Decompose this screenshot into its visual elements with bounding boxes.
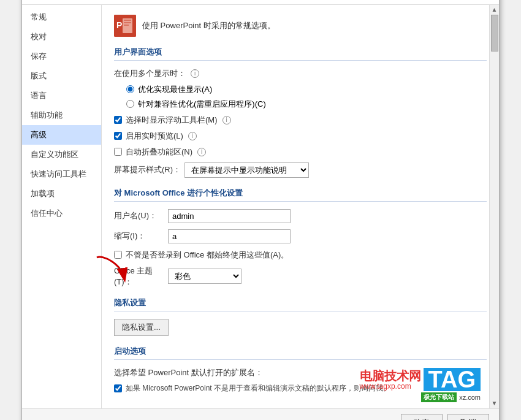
sidebar: 常规 校对 保存 版式 语言 辅助功能 高级 自定义功能区 快速访问工具栏 加载… bbox=[22, 5, 102, 408]
check3-info-icon[interactable]: i bbox=[197, 148, 206, 156]
auto-collapse-checkbox[interactable] bbox=[114, 148, 122, 156]
check2-label: 启用实时预览(L) bbox=[126, 131, 183, 142]
svg-rect-5 bbox=[124, 25, 129, 26]
screentip-dropdown[interactable]: 在屏幕提示中显示功能说明 不在屏幕提示中显示功能说明 不显示屏幕提示 bbox=[184, 162, 309, 178]
scroll-down-arrow[interactable]: ▼ bbox=[490, 399, 500, 408]
startup-label-row: 选择希望 PowerPoint 默认打开的扩展名： bbox=[114, 367, 487, 378]
top-description: P 使用 PowerPoint 时采用的常规选项。 bbox=[114, 15, 487, 37]
default-program-checkbox[interactable] bbox=[114, 384, 122, 392]
scrollbar[interactable]: ▲ ▼ bbox=[489, 5, 499, 408]
check1-label: 选择时显示浮动工具栏(M) bbox=[126, 115, 218, 126]
radio-best-label: 优化实现最佳显示(A) bbox=[138, 84, 212, 95]
username-label: 用户名(U)： bbox=[114, 210, 163, 221]
privacy-settings-button[interactable]: 隐私设置... bbox=[114, 319, 169, 336]
screentip-row: 屏幕提示样式(R)： 在屏幕提示中显示功能说明 不在屏幕提示中显示功能说明 不显… bbox=[114, 162, 487, 178]
sidebar-item-trust-center[interactable]: 信任中心 bbox=[22, 204, 101, 223]
username-row: 用户名(U)： bbox=[114, 209, 487, 223]
radio-compat-label: 针对兼容性优化(需重启应用程序)(C) bbox=[138, 99, 266, 110]
check1-row: 选择时显示浮动工具栏(M) i bbox=[114, 115, 487, 126]
display-radio-group: 优化实现最佳显示(A) 针对兼容性优化(需重启应用程序)(C) bbox=[126, 84, 487, 110]
top-desc-text: 使用 PowerPoint 时采用的常规选项。 bbox=[142, 20, 275, 31]
check3-label: 自动折叠功能区(N) bbox=[126, 147, 192, 158]
username-input[interactable] bbox=[168, 209, 291, 223]
startup-ext-label: 选择希望 PowerPoint 默认打开的扩展名： bbox=[114, 367, 263, 378]
sidebar-item-addins[interactable]: 加载项 bbox=[22, 184, 101, 204]
multi-display-info-icon[interactable]: i bbox=[191, 69, 199, 78]
main-dialog: PowerPoint 选项 ? ✕ 常规 校对 保存 版式 语言 辅助功能 高级… bbox=[21, 0, 500, 420]
sidebar-item-layout[interactable]: 版式 bbox=[22, 66, 101, 86]
always-use-label: 不管是否登录到 Office 都始终使用这些值(A)。 bbox=[126, 250, 289, 261]
check2-info-icon[interactable]: i bbox=[188, 132, 197, 140]
abbr-input[interactable] bbox=[168, 229, 291, 243]
cancel-button[interactable]: 取消 bbox=[447, 414, 489, 421]
multi-display-row: 在使用多个显示时： i bbox=[114, 68, 487, 79]
svg-rect-4 bbox=[124, 22, 131, 23]
privacy-btn-row: 隐私设置... bbox=[114, 319, 487, 336]
powerpoint-icon: P bbox=[114, 15, 136, 37]
radio-best-display[interactable] bbox=[126, 85, 134, 93]
check2-row: 启用实时预览(L) i bbox=[114, 131, 487, 142]
sidebar-item-general[interactable]: 常规 bbox=[22, 7, 101, 27]
default-program-row: 如果 Microsoft PowerPoint 不是用于查看和编辑演示文稿的默认… bbox=[114, 383, 487, 394]
sidebar-item-proofing[interactable]: 校对 bbox=[22, 27, 101, 47]
theme-row: Office 主题(T)： 彩色 深灰色 黑色 白色 bbox=[114, 265, 487, 288]
radio-compat-display[interactable] bbox=[126, 100, 134, 108]
svg-text:P: P bbox=[116, 20, 122, 30]
sidebar-item-advanced[interactable]: 高级 bbox=[22, 125, 101, 145]
title-bar: PowerPoint 选项 ? ✕ bbox=[22, 0, 499, 5]
sidebar-item-quick-access[interactable]: 快速访问工具栏 bbox=[22, 164, 101, 184]
sidebar-item-save[interactable]: 保存 bbox=[22, 47, 101, 66]
theme-label: Office 主题(T)： bbox=[114, 265, 163, 288]
screentip-label: 屏幕提示样式(R)： bbox=[114, 164, 181, 175]
check1-info-icon[interactable]: i bbox=[222, 116, 231, 124]
always-use-row: 不管是否登录到 Office 都始终使用这些值(A)。 bbox=[114, 250, 487, 261]
default-program-label: 如果 Microsoft PowerPoint 不是用于查看和编辑演示文稿的默认… bbox=[126, 383, 390, 394]
main-content-area: P 使用 PowerPoint 时采用的常规选项。 用户界面选项 在使用多个显示… bbox=[102, 5, 499, 408]
section4-header: 启动选项 bbox=[114, 346, 487, 360]
dialog-body: 常规 校对 保存 版式 语言 辅助功能 高级 自定义功能区 快速访问工具栏 加载… bbox=[22, 5, 499, 408]
ok-button[interactable]: 确定 bbox=[401, 414, 443, 421]
svg-rect-3 bbox=[124, 20, 131, 21]
scroll-thumb[interactable] bbox=[491, 15, 498, 52]
live-preview-checkbox[interactable] bbox=[114, 132, 122, 140]
theme-dropdown[interactable]: 彩色 深灰色 黑色 白色 bbox=[168, 269, 241, 284]
scroll-up-arrow[interactable]: ▲ bbox=[490, 5, 500, 15]
floating-toolbar-checkbox[interactable] bbox=[114, 116, 122, 124]
always-use-checkbox[interactable] bbox=[114, 251, 122, 259]
jiguang-logo: 极光下载站 bbox=[421, 392, 457, 402]
xz-url: xz.com bbox=[459, 394, 481, 401]
section3-header: 隐私设置 bbox=[114, 297, 487, 311]
abbr-row: 缩写(I)： bbox=[114, 229, 487, 243]
abbr-label: 缩写(I)： bbox=[114, 231, 163, 242]
radio-row-compat: 针对兼容性优化(需重启应用程序)(C) bbox=[126, 99, 487, 110]
multi-display-label: 在使用多个显示时： bbox=[114, 68, 186, 79]
dialog-footer: 确定 取消 bbox=[22, 408, 499, 421]
scroll-track[interactable] bbox=[490, 15, 499, 399]
section2-header: 对 Microsoft Office 进行个性化设置 bbox=[114, 188, 487, 202]
section1-header: 用户界面选项 bbox=[114, 47, 487, 61]
sidebar-item-customize-ribbon[interactable]: 自定义功能区 bbox=[22, 145, 101, 164]
sidebar-item-accessibility[interactable]: 辅助功能 bbox=[22, 105, 101, 125]
radio-row-best: 优化实现最佳显示(A) bbox=[126, 84, 487, 95]
check3-row: 自动折叠功能区(N) i bbox=[114, 147, 487, 158]
sidebar-item-language[interactable]: 语言 bbox=[22, 86, 101, 105]
